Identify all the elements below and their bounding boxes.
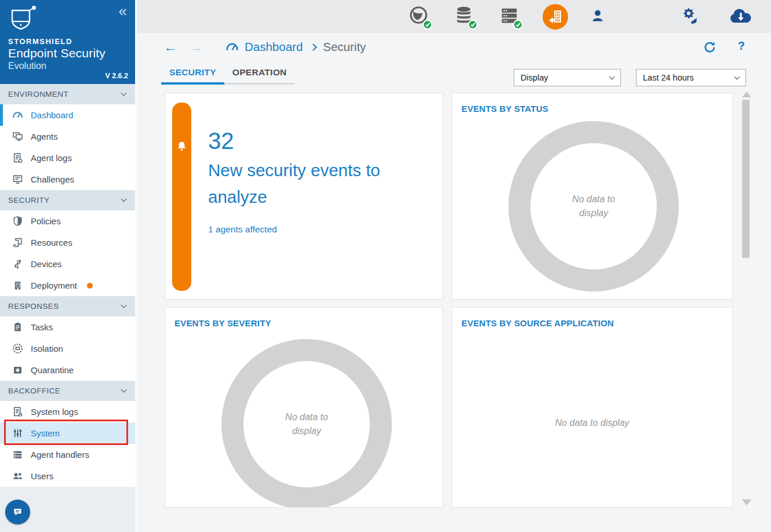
sidebar-item-dashboard[interactable]: Dashboard <box>0 104 135 126</box>
deployment-building-icon <box>12 280 23 291</box>
section-backoffice[interactable]: BACKOFFICE <box>0 381 135 401</box>
forward-arrow-icon[interactable]: → <box>189 41 202 54</box>
dashboard-breadcrumb-icon <box>226 41 239 54</box>
tab-security[interactable]: SECURITY <box>161 61 224 85</box>
scrollbar-down-arrow[interactable] <box>742 500 751 505</box>
back-arrow-icon[interactable]: ← <box>163 41 177 54</box>
brand-block: « STORMSHIELD Endpoint Security Evolutio… <box>0 0 135 84</box>
services-settings-icon[interactable] <box>679 5 702 29</box>
sidebar-nav: ENVIRONMENT Dashboard Agents <box>0 84 135 487</box>
help-icon[interactable]: ? <box>738 39 745 53</box>
events-by-status-card: EVENTS BY STATUS No data to display <box>452 93 733 300</box>
database-status-icon[interactable] <box>453 5 477 29</box>
event-title: New security events to analyze <box>208 157 394 210</box>
chevron-down-icon <box>121 303 127 308</box>
agent-logs-icon <box>12 152 23 163</box>
deployment-pending-dot <box>87 283 93 289</box>
section-label: BACKOFFICE <box>8 387 60 395</box>
sidebar-item-label: Resources <box>31 238 72 247</box>
sidebar-item-label: System <box>31 428 60 438</box>
sidebar-item-agents[interactable]: Agents <box>0 126 135 147</box>
policies-shield-icon <box>12 216 23 227</box>
agents-affected-link[interactable]: 1 agents affected <box>208 224 442 235</box>
status-ok-badge <box>423 20 432 30</box>
bell-icon <box>176 141 187 152</box>
sidebar-item-users[interactable]: Users <box>0 465 135 487</box>
status-topbar <box>137 0 771 33</box>
sidebar-item-label: Deployment <box>31 280 77 290</box>
devices-usb-icon <box>12 258 23 269</box>
display-dropdown[interactable]: Display <box>514 69 621 86</box>
tab-operation[interactable]: OPERATION <box>224 61 295 85</box>
no-data-text: No data to display <box>561 192 626 220</box>
refresh-icon[interactable] <box>703 41 717 54</box>
stormshield-logo-icon <box>8 6 38 34</box>
cloud-download-icon[interactable] <box>728 7 751 31</box>
sidebar-item-agent-logs[interactable]: Agent logs <box>0 147 135 169</box>
brand-version: V 2.6.2 <box>105 72 128 80</box>
sidebar-item-label: Challenges <box>31 174 74 184</box>
system-logs-icon <box>12 406 23 417</box>
sidebar-item-devices[interactable]: Devices <box>0 253 135 275</box>
brand-name: STORMSHIELD <box>8 37 128 46</box>
agent-handler-status-icon[interactable] <box>499 5 522 29</box>
challenges-icon <box>12 174 23 185</box>
agents-icon <box>12 131 23 142</box>
events-by-source-card: EVENTS BY SOURCE APPLICATION No data to … <box>452 307 733 508</box>
sidebar-collapse-icon[interactable]: « <box>119 3 127 19</box>
chevron-down-icon <box>734 74 740 79</box>
section-label: ENVIRONMENT <box>8 90 68 99</box>
check-icon <box>470 21 475 27</box>
system-sliders-icon <box>12 428 23 439</box>
quarantine-icon <box>12 365 23 376</box>
card-title: EVENTS BY SOURCE APPLICATION <box>461 318 614 328</box>
breadcrumb-page: Security <box>323 40 366 54</box>
period-dropdown-value: Last 24 hours <box>643 73 694 82</box>
status-ok-badge <box>513 20 523 30</box>
breadcrumb: ← → Dashboard Security ? <box>137 33 771 61</box>
sidebar-item-label: Devices <box>31 259 61 269</box>
agent-handlers-server-icon <box>12 449 23 460</box>
no-data-text: No data to display <box>452 418 732 428</box>
status-donut-chart: No data to display <box>508 121 679 291</box>
sidebar-item-challenges[interactable]: Challenges <box>0 169 135 190</box>
chevron-down-icon <box>609 74 615 79</box>
section-label: SECURITY <box>8 196 49 205</box>
sidebar-item-resources[interactable]: Resources <box>0 232 135 253</box>
sidebar-item-deployment[interactable]: Deployment <box>0 275 135 296</box>
scrollbar-up-arrow[interactable] <box>742 92 751 97</box>
breadcrumb-section[interactable]: Dashboard <box>245 40 303 54</box>
sidebar-item-quarantine[interactable]: Quarantine <box>0 359 135 381</box>
no-data-text: No data to display <box>274 410 339 438</box>
chevron-down-icon <box>121 387 127 393</box>
chevron-down-icon <box>121 90 127 96</box>
scrollbar-thumb[interactable] <box>742 100 750 258</box>
chat-button[interactable] <box>5 500 30 524</box>
period-dropdown[interactable]: Last 24 hours <box>636 69 746 86</box>
sidebar-item-system[interactable]: System <box>0 422 135 444</box>
check-icon <box>425 21 430 27</box>
internet-status-icon[interactable] <box>408 5 431 29</box>
display-dropdown-value: Display <box>521 73 548 82</box>
dashboard-content: 32 New security events to analyze 1 agen… <box>137 88 771 532</box>
status-ok-badge <box>468 20 478 30</box>
events-by-severity-card: EVENTS BY SEVERITY No data to display <box>165 307 443 508</box>
section-responses[interactable]: RESPONSES <box>0 296 135 316</box>
user-account-icon[interactable] <box>588 6 611 31</box>
section-environment[interactable]: ENVIRONMENT <box>0 84 135 104</box>
card-title: EVENTS BY SEVERITY <box>174 318 271 328</box>
chevron-right-icon <box>310 43 317 51</box>
check-icon <box>515 21 520 27</box>
deployment-status-icon[interactable] <box>543 4 568 30</box>
section-security[interactable]: SECURITY <box>0 190 135 210</box>
sidebar-item-tasks[interactable]: Tasks <box>0 316 135 338</box>
sidebar-item-system-logs[interactable]: System logs <box>0 401 135 422</box>
main-area: ← → Dashboard Security ? SECURITY OPERAT… <box>135 0 771 532</box>
chat-bubble-icon <box>12 507 23 518</box>
sidebar-item-isolation[interactable]: Isolation <box>0 338 135 359</box>
users-icon <box>12 471 23 482</box>
event-count: 32 <box>208 129 442 152</box>
sidebar-item-agent-handlers[interactable]: Agent handlers <box>0 444 135 465</box>
sidebar: « STORMSHIELD Endpoint Security Evolutio… <box>0 0 135 532</box>
sidebar-item-policies[interactable]: Policies <box>0 210 135 232</box>
